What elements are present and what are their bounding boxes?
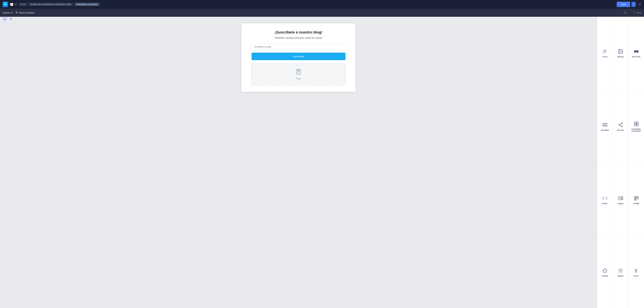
svg-rect-39 — [634, 196, 638, 197]
email-icon[interactable]: ✉ — [15, 3, 17, 6]
content-item-image[interactable]: IMAGE — [613, 16, 628, 89]
close-button[interactable]: ✕ — [638, 2, 641, 6]
separator: | — [629, 11, 630, 14]
mobile-icon — [10, 17, 12, 20]
save-dropdown-button[interactable]: ▾ — [632, 2, 636, 7]
eye-icon: 👁 — [15, 11, 18, 14]
content-item-icons[interactable]: ICONS — [597, 236, 613, 308]
desktop-view-button[interactable] — [2, 17, 8, 22]
svg-rect-40 — [634, 198, 638, 199]
second-bar: Actions ▾ 👁 Show structure | ❓ Help — [0, 9, 644, 17]
svg-line-31 — [620, 123, 621, 124]
svg-rect-25 — [603, 123, 607, 124]
svg-marker-42 — [603, 268, 607, 273]
svg-rect-32 — [634, 122, 636, 124]
svg-point-27 — [621, 122, 622, 124]
text-icon: T — [634, 268, 639, 273]
top-bar-icons: ⬜ ✉ — [10, 3, 17, 6]
form-title: ¡Suscríbete a nuestro blog! — [252, 30, 346, 34]
save-button[interactable]: Save — [617, 2, 630, 7]
svg-point-29 — [621, 126, 622, 127]
svg-line-30 — [620, 125, 621, 126]
email-input[interactable] — [252, 43, 346, 50]
svg-point-28 — [618, 124, 620, 125]
actions-button[interactable]: Actions ▾ — [3, 11, 12, 14]
breadcrumb-item-1[interactable]: Subscription successful — [74, 3, 100, 6]
svg-point-22 — [620, 50, 620, 51]
content-item-dynamic-content[interactable]: DYNAMIC CONTENT — [628, 89, 644, 163]
breadcrumb-tag: Form — [19, 3, 27, 6]
menu-icon — [618, 268, 623, 273]
window-icon[interactable]: ⬜ — [10, 3, 14, 6]
svg-rect-26 — [603, 125, 607, 126]
button-icon — [634, 49, 639, 54]
social-icon — [618, 122, 623, 128]
svg-text:T: T — [606, 51, 606, 53]
device-bar — [2, 17, 13, 22]
svg-rect-35 — [636, 124, 638, 126]
content-item-text[interactable]: T TEXT — [628, 236, 644, 308]
svg-text:T: T — [634, 268, 638, 273]
second-bar-right: | ❓ Help — [624, 11, 641, 14]
content-item-html[interactable]: HTML — [597, 163, 613, 236]
upload-icon[interactable] — [624, 11, 626, 14]
icons-icon — [602, 268, 608, 273]
content-item-title[interactable]: T TITLE — [597, 16, 613, 89]
svg-rect-34 — [634, 124, 636, 126]
divider-icon — [602, 122, 608, 128]
subscribe-button[interactable]: Suscríbete — [252, 53, 346, 60]
breadcrumb-item-0[interactable]: Double opt-in subscription confirmation … — [28, 3, 73, 6]
dynamic-content-icon — [634, 121, 639, 126]
breadcrumb-area: Form Double opt-in subscription confirma… — [19, 3, 615, 6]
help-button[interactable]: ❓ Help — [632, 11, 641, 14]
content-grid: T TITLE IMAGE BUTTON — [597, 16, 644, 308]
image-icon — [618, 49, 623, 54]
form-icon — [634, 196, 639, 201]
content-item-form[interactable]: FORM — [628, 163, 644, 236]
svg-rect-1 — [4, 18, 6, 19]
rgpd-label: Rgpd — [296, 77, 301, 80]
content-item-video[interactable]: VIDEO — [613, 163, 628, 236]
content-item-divider[interactable]: DIVIDER — [597, 89, 613, 163]
html-icon — [602, 196, 608, 201]
logo: M — [3, 2, 8, 7]
svg-rect-4 — [10, 18, 12, 20]
top-bar-right: Save ▾ ✕ — [617, 2, 641, 7]
sidebar: CONTENT ROWS SETTINGS T TITLE — [597, 9, 644, 308]
svg-marker-37 — [622, 197, 623, 200]
desktop-icon — [3, 17, 6, 20]
top-bar: M ⬜ ✉ Form Double opt-in subscription co… — [0, 0, 644, 9]
content-item-button[interactable]: BUTTON — [628, 16, 644, 89]
mobile-view-button[interactable] — [9, 17, 13, 22]
svg-marker-38 — [620, 198, 621, 199]
svg-rect-41 — [634, 200, 636, 200]
svg-rect-33 — [636, 122, 638, 124]
content-item-menu[interactable]: MENU — [613, 236, 628, 308]
form-subtitle: Recibirás consejos prácticos todos los m… — [252, 36, 346, 39]
main-area: ¡Suscríbete a nuestro blog! Recibirás co… — [0, 17, 597, 308]
title-icon: T — [602, 49, 608, 54]
video-icon — [618, 196, 623, 201]
show-structure-button[interactable]: 👁 Show structure — [15, 11, 34, 14]
rgpd-block[interactable]: Rgpd — [252, 63, 346, 85]
svg-rect-10 — [298, 70, 299, 71]
rgpd-icon — [296, 69, 302, 76]
content-item-social[interactable]: SOCIAL — [613, 89, 628, 163]
email-canvas: ¡Suscríbete a nuestro blog! Recibirás co… — [242, 23, 356, 92]
